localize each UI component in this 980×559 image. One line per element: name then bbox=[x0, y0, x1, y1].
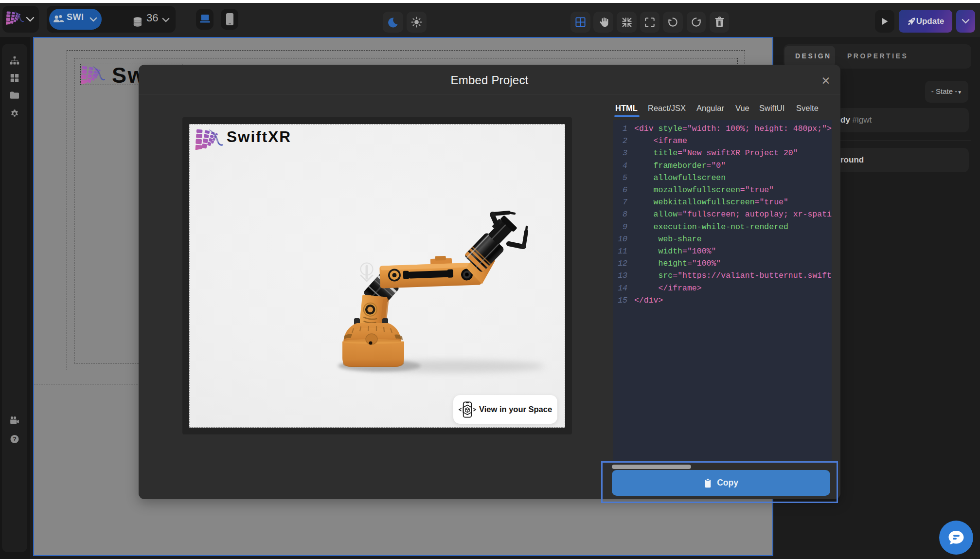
svg-text:?: ? bbox=[13, 436, 17, 443]
